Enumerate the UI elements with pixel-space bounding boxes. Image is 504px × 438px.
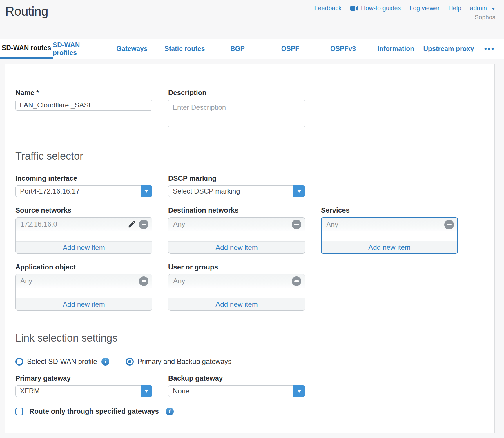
tab-gateways[interactable]: Gateways — [106, 39, 158, 59]
list-item: 172.16.16.0 — [16, 218, 152, 231]
list-item-value: Any — [173, 277, 292, 285]
add-new-item-button[interactable]: Add new item — [322, 241, 457, 253]
link-selection-radio-group: Select SD-WAN profile Primary and Backup… — [15, 357, 494, 366]
admin-menu[interactable]: admin — [470, 5, 495, 12]
primary-gateway-select[interactable]: XFRM — [15, 385, 152, 397]
list-item-value: Any — [173, 220, 292, 228]
traffic-selector-heading: Traffic selector — [15, 150, 494, 162]
name-label: Name * — [15, 89, 152, 96]
tab-bar: SD-WAN routes SD-WAN profiles Gateways S… — [0, 39, 504, 59]
radio-label: Select SD-WAN profile — [27, 357, 97, 366]
destination-networks-label: Destination networks — [168, 206, 305, 214]
list-empty-area — [16, 231, 152, 241]
list-item-value: 172.16.16.0 — [20, 220, 128, 228]
user-or-groups-label: User or groups — [168, 263, 305, 271]
tab-bgp[interactable]: BGP — [211, 39, 264, 59]
list-empty-area — [16, 288, 152, 298]
application-object-box: Any Add new item — [15, 274, 152, 311]
chevron-down-icon[interactable] — [293, 385, 305, 397]
backup-gateway-label: Backup gateway — [168, 374, 305, 382]
primary-gateway-label: Primary gateway — [15, 374, 152, 382]
services-box: Any Add new item — [321, 217, 458, 254]
remove-minus-icon[interactable] — [139, 276, 148, 286]
list-item: Any — [168, 274, 305, 288]
dscp-marking-label: DSCP marking — [168, 174, 305, 182]
description-label: Description — [168, 89, 305, 96]
description-input[interactable] — [168, 100, 305, 127]
page-title: Routing — [5, 4, 48, 19]
feedback-link-label: Feedback — [314, 5, 341, 12]
chevron-down-icon — [491, 8, 495, 10]
tab-upstream-proxy[interactable]: Upstream proxy — [422, 39, 475, 59]
tab-sdwan-routes[interactable]: SD-WAN routes — [0, 39, 53, 59]
radio-icon-selected[interactable] — [126, 358, 134, 366]
list-empty-area — [322, 231, 457, 241]
tab-sdwan-profiles[interactable]: SD-WAN profiles — [53, 39, 106, 59]
top-nav: Feedback How-to guides Log viewer Help a… — [314, 5, 495, 12]
edit-pencil-icon[interactable] — [128, 220, 136, 229]
route-only-label: Route only through specified gateways — [29, 407, 159, 415]
remove-minus-icon[interactable] — [292, 220, 301, 229]
section-divider — [15, 323, 478, 323]
destination-networks-box: Any Add new item — [168, 217, 305, 254]
list-item: Any — [168, 218, 305, 231]
radio-icon[interactable] — [15, 358, 23, 366]
list-empty-area — [168, 288, 305, 298]
application-object-label: Application object — [15, 263, 152, 271]
route-only-checkbox[interactable] — [15, 408, 23, 415]
tab-information[interactable]: Information — [369, 39, 422, 59]
list-item-value: Any — [20, 277, 139, 285]
remove-minus-icon[interactable] — [139, 220, 148, 229]
info-icon[interactable] — [101, 358, 109, 366]
add-new-item-button[interactable]: Add new item — [16, 298, 152, 310]
radio-primary-backup-gateways[interactable]: Primary and Backup gateways — [126, 357, 231, 366]
list-item: Any — [16, 274, 152, 288]
video-camera-icon — [350, 6, 358, 11]
source-networks-label: Source networks — [15, 206, 152, 214]
tab-overflow-ellipsis-icon[interactable]: ••• — [475, 39, 504, 59]
dscp-marking-select[interactable]: Select DSCP marking — [168, 185, 305, 197]
help-link[interactable]: Help — [448, 5, 461, 12]
tab-ospfv3[interactable]: OSPFv3 — [317, 39, 369, 59]
name-input[interactable] — [15, 100, 152, 111]
section-divider — [15, 141, 478, 141]
info-icon[interactable] — [166, 408, 174, 415]
content-card: Name * Description Traffic selector Inco… — [5, 64, 495, 433]
link-selection-heading: Link selection settings — [15, 332, 494, 344]
remove-minus-icon[interactable] — [292, 276, 301, 286]
add-new-item-button[interactable]: Add new item — [168, 241, 305, 253]
services-label: Services — [321, 206, 458, 214]
log-viewer-link[interactable]: Log viewer — [409, 5, 440, 12]
list-item-value: Any — [326, 220, 444, 229]
backup-gateway-value: None — [168, 387, 293, 395]
primary-gateway-value: XFRM — [16, 387, 141, 395]
remove-minus-icon[interactable] — [444, 220, 454, 229]
admin-menu-label: admin — [470, 5, 487, 12]
tab-static-routes[interactable]: Static routes — [158, 39, 211, 59]
route-only-row: Route only through specified gateways — [15, 407, 494, 415]
chevron-down-icon[interactable] — [293, 185, 305, 197]
page-header: Routing Feedback How-to guides Log viewe… — [0, 0, 504, 39]
list-empty-area — [168, 231, 305, 241]
log-viewer-link-label: Log viewer — [409, 5, 440, 12]
chevron-down-icon[interactable] — [141, 385, 152, 397]
user-or-groups-box: Any Add new item — [168, 274, 305, 311]
incoming-interface-value: Port4-172.16.16.17 — [16, 187, 141, 195]
tab-ospf[interactable]: OSPF — [264, 39, 317, 59]
radio-label: Primary and Backup gateways — [137, 357, 231, 366]
radio-select-sdwan-profile[interactable]: Select SD-WAN profile — [15, 357, 97, 366]
chevron-down-icon[interactable] — [141, 185, 152, 197]
howto-guides-link[interactable]: How-to guides — [350, 5, 401, 12]
feedback-link[interactable]: Feedback — [314, 5, 341, 12]
source-networks-box: 172.16.16.0 Add new item — [15, 217, 152, 254]
backup-gateway-select[interactable]: None — [168, 385, 305, 397]
add-new-item-button[interactable]: Add new item — [16, 241, 152, 253]
incoming-interface-label: Incoming interface — [15, 174, 152, 182]
howto-guides-link-label: How-to guides — [361, 5, 401, 12]
brand-label: Sophos — [475, 14, 495, 21]
list-item: Any — [322, 218, 457, 231]
add-new-item-button[interactable]: Add new item — [168, 298, 305, 310]
help-link-label: Help — [448, 5, 461, 12]
dscp-marking-value: Select DSCP marking — [168, 187, 293, 195]
incoming-interface-select[interactable]: Port4-172.16.16.17 — [15, 185, 152, 197]
